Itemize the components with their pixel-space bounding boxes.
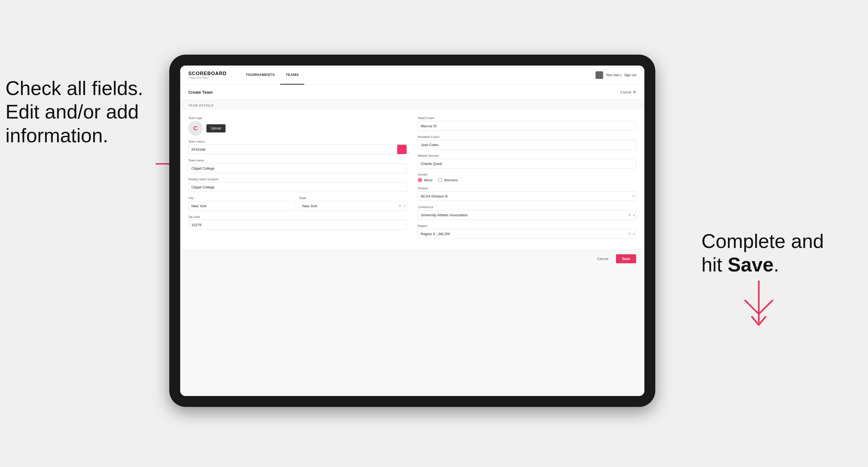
instruction-right-line1: Complete and bbox=[702, 230, 824, 252]
head-coach-group: Head Coach bbox=[418, 116, 636, 131]
zip-code-group: Zip code bbox=[188, 215, 407, 230]
display-name-input[interactable] bbox=[188, 182, 407, 192]
gender-mens-radio[interactable] bbox=[418, 178, 422, 182]
city-group: City bbox=[188, 196, 296, 211]
brand: SCOREBOARD Powered by clippd bbox=[188, 71, 227, 79]
user-avatar bbox=[595, 71, 603, 79]
conference-label: Conference bbox=[418, 206, 636, 209]
gender-mens-text: Mens bbox=[424, 178, 433, 182]
assistant-coach-input[interactable] bbox=[418, 140, 636, 150]
display-name-label: Display name (unique) bbox=[188, 178, 407, 181]
logo-preview: C bbox=[188, 121, 203, 135]
state-select[interactable]: New York California Texas bbox=[299, 201, 407, 211]
state-group: State New York California Texas ✕ ▾ bbox=[299, 196, 407, 211]
instruction-right-line2-normal: hit bbox=[702, 254, 727, 276]
gender-label: Gender bbox=[418, 173, 636, 176]
athletic-director-group: Athletic Director bbox=[418, 154, 636, 168]
region-select-wrapper: Region II - (M) DIII Region I Region III… bbox=[418, 229, 636, 239]
city-input[interactable] bbox=[188, 201, 296, 211]
athletic-director-input[interactable] bbox=[418, 159, 636, 168]
state-label: State bbox=[299, 196, 407, 199]
upload-button[interactable]: Upload bbox=[207, 124, 225, 132]
form-left: Team logo C Upload Team colour bbox=[188, 116, 407, 243]
page-content: Create Team Cancel ✕ TEAM DETAILS Team l… bbox=[180, 85, 644, 396]
team-logo-label: Team logo bbox=[188, 116, 407, 120]
cancel-bottom-button[interactable]: Cancel bbox=[593, 254, 613, 263]
region-label: Region bbox=[418, 224, 636, 227]
form-footer: Cancel Save bbox=[180, 250, 644, 268]
city-label: City bbox=[188, 196, 296, 199]
instruction-line1: Check all fields. bbox=[5, 77, 143, 99]
team-colour-input[interactable] bbox=[188, 145, 397, 154]
nav-items: TOURNAMENTS TEAMS bbox=[240, 66, 595, 85]
radio-group: Mens Womens bbox=[418, 178, 636, 182]
tablet-screen: SCOREBOARD Powered by clippd TOURNAMENTS… bbox=[180, 66, 644, 396]
conference-select-wrapper: University Athletic Association Big Ten … bbox=[418, 210, 636, 220]
conference-select[interactable]: University Athletic Association Big Ten … bbox=[418, 210, 636, 220]
navbar: SCOREBOARD Powered by clippd TOURNAMENTS… bbox=[180, 66, 644, 85]
arrow-right-icon bbox=[737, 279, 781, 328]
team-name-input[interactable] bbox=[188, 163, 407, 173]
team-colour-label: Team colour bbox=[188, 140, 407, 143]
brand-subtitle: Powered by clippd bbox=[188, 76, 227, 79]
color-swatch[interactable] bbox=[397, 145, 407, 154]
gender-womens-radio[interactable] bbox=[438, 178, 442, 182]
region-clear-icon[interactable]: ✕ bbox=[628, 232, 631, 236]
instruction-right: Complete and hit Save. bbox=[702, 229, 854, 277]
form-right: Head Coach Assistant Coach Athletic Dire… bbox=[418, 116, 636, 243]
nav-teams[interactable]: TEAMS bbox=[280, 66, 304, 85]
instruction-line2: Edit and/or add bbox=[5, 101, 139, 123]
division-label: Division bbox=[418, 187, 636, 190]
form-container: Team logo C Upload Team colour bbox=[180, 110, 644, 250]
division-select-wrapper: NCAA Division III NCAA Division II NCAA … bbox=[418, 191, 636, 201]
nav-tournaments[interactable]: TOURNAMENTS bbox=[240, 66, 280, 85]
assistant-coach-group: Assistant Coach bbox=[418, 135, 636, 150]
navbar-right: Test User | Sign out bbox=[595, 71, 636, 79]
signout-link[interactable]: Sign out bbox=[624, 73, 636, 77]
division-group: Division NCAA Division III NCAA Division… bbox=[418, 187, 636, 201]
conference-group: Conference University Athletic Associati… bbox=[418, 206, 636, 220]
page-header: Create Team Cancel ✕ bbox=[180, 85, 644, 100]
team-name-group: Team name bbox=[188, 159, 407, 173]
team-name-label: Team name bbox=[188, 159, 407, 162]
region-group: Region Region II - (M) DIII Region I Reg… bbox=[418, 224, 636, 239]
team-colour-group: Team colour bbox=[188, 140, 407, 154]
head-coach-label: Head Coach bbox=[418, 116, 636, 120]
color-input-wrapper bbox=[188, 145, 407, 154]
zip-label: Zip code bbox=[188, 215, 407, 218]
region-select[interactable]: Region II - (M) DIII Region I Region III bbox=[418, 229, 636, 239]
instruction-right-bold: Save bbox=[727, 254, 774, 276]
save-button[interactable]: Save bbox=[616, 254, 636, 263]
division-select[interactable]: NCAA Division III NCAA Division II NCAA … bbox=[418, 191, 636, 201]
instruction-left: Check all fields. Edit and/or add inform… bbox=[5, 76, 164, 147]
close-icon: ✕ bbox=[633, 90, 636, 95]
logo-preview-area: C Upload bbox=[188, 121, 407, 135]
gender-mens-label[interactable]: Mens bbox=[418, 178, 433, 182]
user-label: Test User | bbox=[606, 73, 621, 77]
zip-input[interactable] bbox=[188, 220, 407, 230]
page-title: Create Team bbox=[188, 90, 213, 94]
instruction-period: . bbox=[774, 254, 779, 276]
instruction-line3: information. bbox=[5, 125, 108, 146]
head-coach-input[interactable] bbox=[418, 121, 636, 131]
conference-clear-icon[interactable]: ✕ bbox=[628, 213, 631, 217]
state-select-wrapper: New York California Texas ✕ ▾ bbox=[299, 201, 407, 211]
tablet-frame: SCOREBOARD Powered by clippd TOURNAMENTS… bbox=[169, 55, 655, 407]
state-clear-icon[interactable]: ✕ bbox=[399, 204, 401, 208]
cancel-top-label: Cancel bbox=[620, 90, 631, 94]
cancel-top-button[interactable]: Cancel ✕ bbox=[620, 90, 636, 95]
athletic-director-label: Athletic Director bbox=[418, 154, 636, 157]
form-grid: Team logo C Upload Team colour bbox=[188, 116, 636, 243]
brand-title: SCOREBOARD bbox=[188, 71, 227, 76]
gender-group: Gender Mens Womens bbox=[418, 173, 636, 182]
gender-womens-label[interactable]: Womens bbox=[438, 178, 458, 182]
display-name-group: Display name (unique) bbox=[188, 178, 407, 192]
logo-letter: C bbox=[193, 125, 198, 132]
assistant-coach-label: Assistant Coach bbox=[418, 135, 636, 138]
city-state-row: City State New York California Texas bbox=[188, 196, 407, 211]
section-label: TEAM DETAILS bbox=[180, 100, 644, 110]
team-logo-section: Team logo C Upload bbox=[188, 116, 407, 135]
gender-womens-text: Womens bbox=[444, 178, 458, 182]
